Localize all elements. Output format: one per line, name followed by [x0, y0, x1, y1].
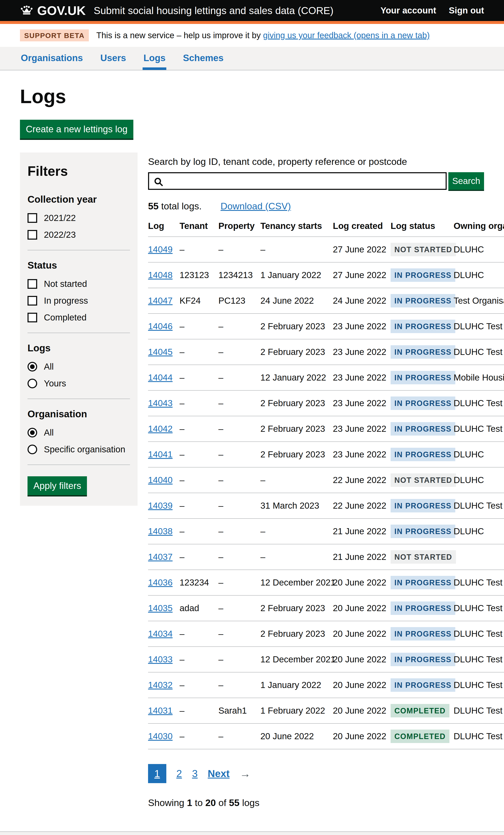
sign-out-link[interactable]: Sign out	[449, 5, 484, 16]
nav-tab[interactable]: Schemes	[182, 47, 224, 70]
table-row: 14042 – – 2 February 2023 23 June 2022 I…	[148, 416, 504, 442]
log-id-link[interactable]: 14048	[148, 270, 173, 280]
radio-label: All	[44, 362, 54, 372]
search-input[interactable]	[149, 173, 446, 189]
search-label: Search by log ID, tenant code, property …	[148, 156, 484, 167]
tenancy-starts-cell: 2 February 2023	[260, 416, 333, 442]
radio-option: All	[27, 362, 130, 372]
radio-button[interactable]	[27, 445, 37, 454]
checkbox[interactable]	[27, 213, 37, 223]
govuk-logo-link[interactable]: GOV.UK	[20, 3, 86, 18]
radio-button[interactable]	[27, 428, 37, 437]
log-id-link[interactable]: 14042	[148, 424, 173, 434]
owning-organisation-cell: DLUHC Test	[453, 724, 504, 749]
log-id-link[interactable]: 14038	[148, 526, 173, 536]
tenant-cell: –	[180, 467, 218, 493]
tenant-cell: –	[180, 647, 218, 672]
log-id-link[interactable]: 14039	[148, 501, 173, 511]
property-cell: –	[218, 570, 260, 595]
col-header-log-status: Log status	[390, 217, 453, 237]
log-created-cell: 20 June 2022	[333, 698, 390, 724]
log-id-link[interactable]: 14045	[148, 347, 173, 357]
property-cell: –	[218, 416, 260, 442]
table-row: 14037 – – – 21 June 2022 NOT STARTED	[148, 544, 504, 570]
radio-button[interactable]	[27, 379, 37, 388]
checkbox[interactable]	[27, 279, 37, 289]
log-created-cell: 20 June 2022	[333, 621, 390, 647]
log-id-link[interactable]: 14037	[148, 552, 173, 562]
filter-divider	[27, 399, 130, 399]
filter-group-status: Status Not started In progress	[27, 260, 130, 323]
log-id-link[interactable]: 14049	[148, 244, 173, 254]
create-lettings-log-button[interactable]: Create a new lettings log	[20, 120, 133, 139]
feedback-link[interactable]: giving us your feedback (opens in a new …	[263, 30, 430, 40]
table-row: 14044 – – 12 January 2022 23 June 2022 I…	[148, 365, 504, 390]
log-created-cell: 23 June 2022	[333, 339, 390, 365]
log-id-link[interactable]: 14030	[148, 731, 173, 741]
service-name-link[interactable]: Submit social housing lettings and sales…	[94, 5, 334, 16]
log-id-link[interactable]: 14032	[148, 680, 173, 690]
log-created-cell: 20 June 2022	[333, 595, 390, 621]
pagination-page-link[interactable]: 2	[176, 768, 182, 779]
col-header-log-created: Log created	[333, 217, 390, 237]
log-id-link[interactable]: 14041	[148, 449, 173, 459]
checkbox[interactable]	[27, 230, 37, 240]
tenant-cell: –	[180, 672, 218, 698]
pagination-page-link[interactable]: 3	[192, 768, 198, 779]
log-id-link[interactable]: 14033	[148, 654, 173, 664]
tenancy-starts-cell: 2 February 2023	[260, 390, 333, 416]
tenant-cell: KF24	[180, 288, 218, 313]
property-cell: –	[218, 672, 260, 698]
log-id-link[interactable]: 14043	[148, 398, 173, 408]
property-cell: –	[218, 544, 260, 570]
nav-tab[interactable]: Users	[100, 47, 127, 70]
download-csv-link[interactable]: Download (CSV)	[221, 201, 291, 212]
filter-divider	[27, 333, 130, 333]
nav-tab[interactable]: Organisations	[20, 47, 84, 70]
nav-tab[interactable]: Logs	[143, 47, 166, 70]
filter-group-organisation: Organisation All Specific organisation	[27, 408, 130, 454]
table-row: 14034 – – 2 February 2023 20 June 2022 I…	[148, 621, 504, 647]
log-id-link[interactable]: 14035	[148, 603, 173, 613]
your-account-link[interactable]: Your account	[381, 5, 436, 16]
log-created-cell: 20 June 2022	[333, 724, 390, 749]
owning-organisation-cell: DLUHC Test	[453, 672, 504, 698]
log-id-link[interactable]: 14034	[148, 629, 173, 639]
pagination-next-link[interactable]: Next	[208, 768, 229, 779]
property-cell: –	[218, 595, 260, 621]
log-id-link[interactable]: 14036	[148, 577, 173, 587]
checkbox-label: 2022/23	[44, 230, 76, 240]
status-badge: IN PROGRESS	[390, 320, 455, 333]
pagination-page-link[interactable]: 1	[148, 764, 166, 783]
log-id-link[interactable]: 14031	[148, 706, 173, 715]
log-id-link[interactable]: 14046	[148, 321, 173, 331]
log-created-cell: 20 June 2022	[333, 647, 390, 672]
table-row: 14040 – – – 22 June 2022 NOT STARTED DLU…	[148, 467, 504, 493]
log-id-link[interactable]: 14040	[148, 475, 173, 485]
tenant-cell: –	[180, 416, 218, 442]
status-heading: Status	[27, 260, 130, 271]
tenancy-starts-cell: 2 February 2023	[260, 313, 333, 339]
status-badge: IN PROGRESS	[390, 294, 455, 307]
filter-divider	[27, 465, 130, 465]
log-id-link[interactable]: 14047	[148, 296, 173, 306]
tenancy-starts-cell: 24 June 2022	[260, 288, 333, 313]
govuk-header: GOV.UK Submit social housing lettings an…	[0, 0, 504, 24]
radio-button[interactable]	[27, 362, 37, 371]
owning-organisation-cell: Test Organisation	[453, 288, 504, 313]
search-button[interactable]: Search	[448, 172, 484, 190]
table-row: 14031 – Sarah1 1 February 2022 20 June 2…	[148, 698, 504, 724]
tenant-cell: –	[180, 493, 218, 518]
checkbox[interactable]	[27, 296, 37, 306]
tenancy-starts-cell: 12 December 2021	[260, 647, 333, 672]
checkbox[interactable]	[27, 313, 37, 322]
log-id-link[interactable]: 14044	[148, 372, 173, 383]
table-row: 14043 – – 2 February 2023 23 June 2022 I…	[148, 390, 504, 416]
total-logs-text: 55 total logs.	[148, 201, 202, 212]
tenancy-starts-cell: 12 December 2021	[260, 570, 333, 595]
log-created-cell: 27 June 2022	[333, 262, 390, 288]
checkbox-option: 2021/22	[27, 213, 130, 223]
log-created-cell: 23 June 2022	[333, 365, 390, 390]
tenancy-starts-cell: 1 January 2022	[260, 262, 333, 288]
apply-filters-button[interactable]: Apply filters	[27, 476, 87, 495]
